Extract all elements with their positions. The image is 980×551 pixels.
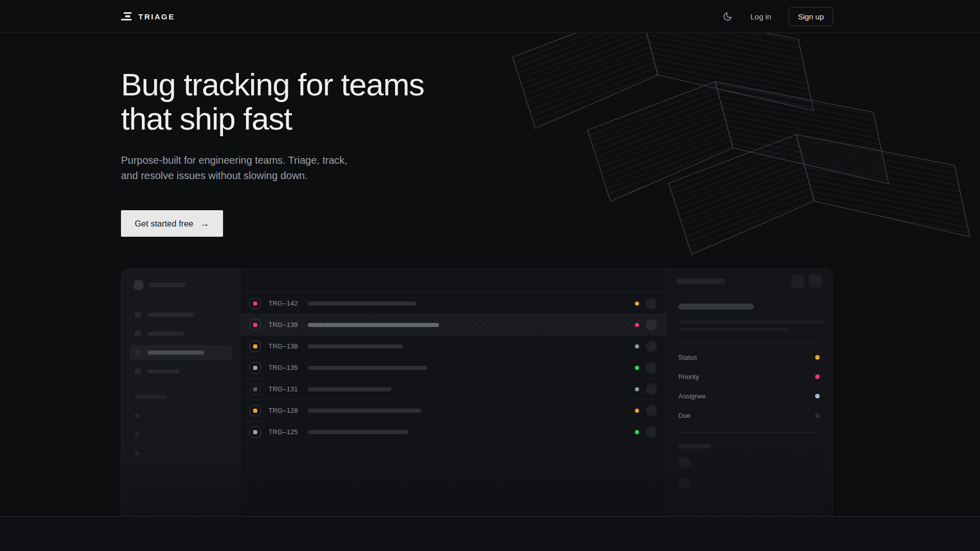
hero-subtitle: Purpose-built for engineering teams. Tri… bbox=[121, 153, 366, 183]
detail-field-row: Due bbox=[678, 406, 820, 425]
detail-divider bbox=[678, 342, 820, 343]
arrow-right-icon: → bbox=[200, 219, 209, 228]
detail-field-label: Assignee bbox=[678, 392, 705, 400]
issue-id: TRG–138 bbox=[268, 342, 301, 350]
get-started-button[interactable]: Get started free → bbox=[121, 210, 223, 237]
assignee-avatar bbox=[646, 341, 657, 352]
sidebar-item-label-skeleton bbox=[148, 369, 180, 373]
footer-band bbox=[0, 517, 980, 551]
signup-button[interactable]: Sign up bbox=[789, 7, 833, 26]
issue-row[interactable]: TRG–128 bbox=[240, 400, 666, 421]
issue-type-icon bbox=[250, 298, 261, 309]
issue-title-skeleton bbox=[308, 344, 403, 348]
detail-action-button[interactable] bbox=[808, 274, 822, 288]
sidebar-item-label-skeleton bbox=[148, 350, 204, 355]
issue-type-icon bbox=[250, 384, 261, 395]
moon-icon bbox=[723, 12, 732, 21]
detail-divider bbox=[678, 432, 820, 433]
sidebar-item-label-skeleton bbox=[148, 332, 185, 336]
status-dot bbox=[635, 344, 639, 348]
detail-header-skeleton bbox=[676, 279, 725, 284]
sidebar-item-icon-skeleton bbox=[135, 368, 141, 374]
activity-avatar-skeleton bbox=[678, 477, 691, 489]
brand-name: TRIAGE bbox=[138, 12, 175, 21]
issue-row[interactable]: TRG–131 bbox=[240, 379, 666, 400]
issue-row[interactable]: TRG–125 bbox=[240, 421, 666, 443]
detail-title-skeleton bbox=[678, 304, 754, 310]
sidebar-divider bbox=[130, 302, 232, 302]
issue-id: TRG–128 bbox=[268, 407, 301, 414]
brand[interactable]: TRIAGE bbox=[121, 12, 175, 21]
issue-id: TRG–125 bbox=[268, 428, 301, 436]
issue-row[interactable]: TRG–142 bbox=[240, 293, 666, 314]
status-dot bbox=[635, 323, 639, 327]
issue-title-skeleton bbox=[308, 387, 391, 391]
detail-field-row: Assignee bbox=[678, 386, 820, 406]
hero-title: Bug tracking for teams that ship fast bbox=[121, 67, 424, 136]
status-dot bbox=[635, 366, 639, 370]
app-preview-mockup: TRG–142 TRG–139 bbox=[121, 269, 832, 516]
assignee-avatar bbox=[646, 319, 657, 331]
sidebar-dot-skeleton bbox=[135, 451, 139, 456]
issue-title-skeleton bbox=[308, 366, 427, 370]
issue-list-panel: TRG–142 TRG–139 bbox=[240, 269, 666, 516]
issue-rows: TRG–142 TRG–139 bbox=[240, 293, 666, 443]
hero-title-line1: Bug tracking for teams bbox=[121, 67, 424, 102]
sidebar-item-label-skeleton bbox=[148, 313, 194, 317]
workspace-name-skeleton bbox=[149, 283, 186, 287]
issue-title-skeleton bbox=[308, 409, 421, 413]
detail-fields: Status Priority Assignee Due bbox=[678, 347, 820, 425]
issue-type-icon bbox=[250, 362, 261, 373]
status-dot bbox=[635, 430, 639, 434]
mockup-sidebar bbox=[121, 269, 240, 516]
sidebar-item-skeleton bbox=[129, 345, 232, 360]
sidebar-item-icon-skeleton bbox=[135, 331, 141, 337]
status-dot bbox=[635, 409, 639, 413]
issue-type-icon bbox=[250, 427, 261, 438]
detail-text-skeleton bbox=[678, 320, 824, 323]
assignee-avatar bbox=[646, 362, 657, 373]
sidebar-section-label-skeleton bbox=[135, 395, 167, 399]
status-dot bbox=[635, 302, 639, 306]
detail-action-button[interactable] bbox=[791, 274, 804, 288]
get-started-label: Get started free bbox=[135, 219, 193, 229]
detail-field-value-dot bbox=[815, 413, 820, 418]
login-link[interactable]: Log in bbox=[750, 12, 771, 21]
workspace-switcher-skeleton bbox=[121, 278, 240, 292]
workspace-icon-skeleton bbox=[134, 280, 143, 290]
status-dot bbox=[635, 387, 639, 391]
issue-row[interactable]: TRG–138 bbox=[240, 336, 666, 357]
detail-field-label: Status bbox=[678, 354, 697, 361]
sidebar-item-skeleton bbox=[129, 326, 232, 341]
detail-panel-header bbox=[666, 269, 832, 293]
detail-text-skeleton bbox=[678, 328, 790, 331]
detail-field-row: Priority bbox=[678, 367, 820, 386]
sidebar-item-skeleton bbox=[129, 307, 232, 322]
sidebar-item-skeleton bbox=[129, 364, 232, 379]
detail-field-row: Status bbox=[678, 347, 820, 367]
issue-row[interactable]: TRG–135 bbox=[240, 357, 666, 379]
detail-field-value-dot bbox=[815, 374, 820, 379]
issue-id: TRG–135 bbox=[268, 364, 301, 371]
issue-detail-panel: Status Priority Assignee Due bbox=[666, 269, 832, 516]
theme-toggle-button[interactable] bbox=[722, 11, 733, 22]
issue-id: TRG–131 bbox=[268, 385, 301, 393]
issue-row[interactable]: TRG–139 bbox=[240, 314, 666, 336]
issue-type-icon bbox=[250, 319, 261, 331]
hero-section: Bug tracking for teams that ship fast Pu… bbox=[121, 67, 424, 237]
assignee-avatar bbox=[646, 427, 657, 438]
issue-title-skeleton bbox=[308, 302, 416, 306]
assignee-avatar bbox=[646, 298, 657, 309]
landing-page: TRIAGE Log in Sign up bbox=[0, 0, 980, 551]
sidebar-dot-skeleton bbox=[135, 413, 139, 418]
issue-type-icon bbox=[250, 341, 261, 352]
issue-title-skeleton bbox=[308, 430, 409, 434]
wireframe-panels-graphic bbox=[485, 33, 980, 273]
assignee-avatar bbox=[646, 384, 657, 395]
sidebar-item-icon-skeleton bbox=[135, 312, 141, 318]
hero-title-line2: that ship fast bbox=[121, 101, 292, 136]
detail-panel-body: Status Priority Assignee Due bbox=[666, 293, 832, 489]
activity-label-skeleton bbox=[678, 444, 711, 448]
issue-type-icon bbox=[250, 405, 261, 416]
activity-avatar-skeleton bbox=[678, 457, 691, 469]
